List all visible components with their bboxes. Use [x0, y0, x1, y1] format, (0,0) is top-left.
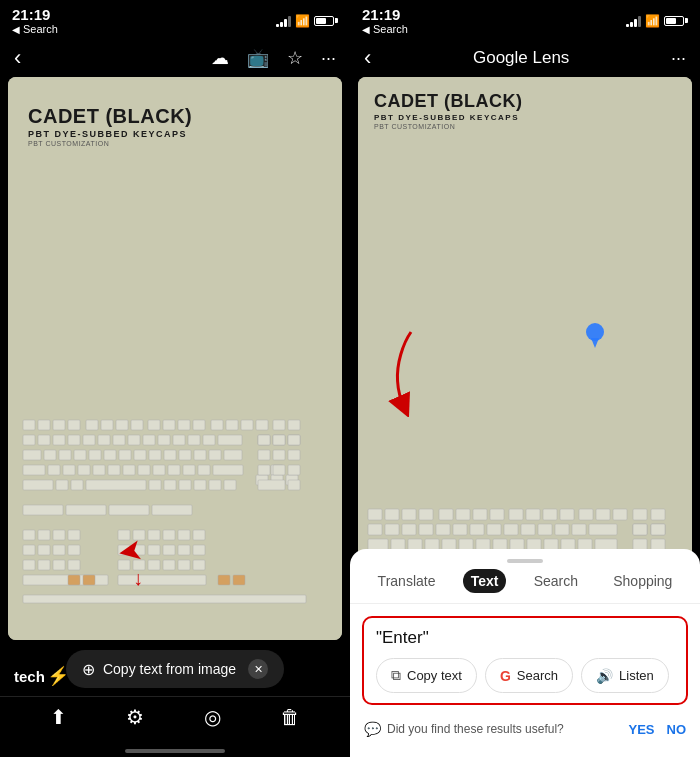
- entered-text-box: "Enter" ⧉ Copy text G Search 🔊 Listen: [362, 616, 688, 705]
- svg-rect-25: [128, 435, 140, 445]
- feedback-actions: YES NO: [628, 722, 686, 737]
- svg-rect-142: [613, 509, 627, 520]
- left-status-icons: 📶: [276, 14, 338, 28]
- svg-rect-135: [490, 509, 504, 520]
- star-icon[interactable]: ☆: [287, 47, 303, 69]
- svg-rect-85: [258, 480, 285, 490]
- svg-rect-39: [89, 450, 101, 460]
- share-icon[interactable]: ⬆: [50, 705, 67, 729]
- svg-rect-48: [224, 450, 242, 460]
- svg-rect-206: [633, 524, 647, 535]
- svg-rect-91: [23, 530, 35, 540]
- tab-translate[interactable]: Translate: [370, 569, 444, 593]
- svg-rect-114: [178, 545, 190, 555]
- svg-rect-5: [101, 420, 113, 430]
- svg-rect-117: [133, 560, 145, 570]
- tab-text[interactable]: Text: [463, 569, 507, 593]
- battery-right: [664, 16, 688, 26]
- svg-rect-47: [209, 450, 221, 460]
- copy-text-button-label: Copy text: [407, 668, 462, 683]
- svg-rect-56: [138, 465, 150, 475]
- signal-bars-left: [276, 15, 291, 27]
- search-button[interactable]: G Search: [485, 658, 573, 693]
- right-back-button[interactable]: ‹: [364, 45, 371, 71]
- feedback-no-button[interactable]: NO: [667, 722, 687, 737]
- svg-rect-66: [149, 480, 161, 490]
- copy-close-button[interactable]: ✕: [248, 659, 268, 679]
- cadet-title-right: CADET (BLACK): [374, 91, 522, 112]
- cloud-icon[interactable]: ☁: [211, 47, 229, 69]
- battery-left: [314, 16, 338, 26]
- svg-rect-63: [56, 480, 68, 490]
- left-nav-icons: ☁ 📺 ☆ ···: [211, 47, 336, 69]
- svg-rect-130: [402, 509, 416, 520]
- svg-rect-102: [68, 560, 80, 570]
- copy-image-icon: ⊕: [82, 660, 95, 679]
- svg-rect-68: [179, 480, 191, 490]
- svg-rect-90: [152, 505, 192, 515]
- svg-rect-17: [288, 420, 300, 430]
- tech-logo: tech ⚡: [14, 665, 69, 687]
- svg-rect-6: [116, 420, 128, 430]
- copy-text-button[interactable]: ⧉ Copy text: [376, 658, 477, 693]
- svg-rect-83: [273, 465, 285, 475]
- tab-search[interactable]: Search: [526, 569, 586, 593]
- svg-rect-145: [368, 524, 382, 535]
- svg-rect-67: [164, 480, 176, 490]
- svg-rect-60: [198, 465, 210, 475]
- svg-rect-137: [526, 509, 540, 520]
- svg-rect-155: [538, 524, 552, 535]
- left-image-area: CADET (BLACK) PBT DYE-SUBBED KEYCAPS PBT…: [8, 77, 342, 640]
- svg-rect-31: [218, 435, 242, 445]
- bolt-icon: ⚡: [47, 665, 69, 687]
- svg-rect-35: [23, 450, 41, 460]
- svg-rect-45: [179, 450, 191, 460]
- svg-rect-4: [86, 420, 98, 430]
- tab-shopping[interactable]: Shopping: [605, 569, 680, 593]
- listen-button[interactable]: 🔊 Listen: [581, 658, 669, 693]
- svg-rect-98: [68, 545, 80, 555]
- svg-rect-51: [63, 465, 75, 475]
- cadet-sub-right: PBT DYE-SUBBED KEYCAPS: [374, 113, 522, 122]
- svg-point-250: [586, 323, 604, 341]
- tabs-row: Translate Text Search Shopping: [350, 569, 700, 604]
- svg-rect-71: [224, 480, 236, 490]
- left-nav-bar: ‹ ☁ 📺 ☆ ···: [0, 39, 350, 77]
- trash-icon[interactable]: 🗑: [280, 706, 300, 729]
- svg-rect-119: [163, 560, 175, 570]
- svg-rect-97: [53, 545, 65, 555]
- svg-rect-139: [560, 509, 574, 520]
- feedback-yes-button[interactable]: YES: [628, 722, 654, 737]
- svg-rect-15: [256, 420, 268, 430]
- svg-rect-158: [589, 524, 617, 535]
- left-toolbar: ⬆ ⚙ ◎ 🗑: [0, 696, 350, 739]
- left-back-button[interactable]: ‹: [14, 45, 21, 71]
- svg-rect-57: [153, 465, 165, 475]
- feedback-question: Did you find these results useful?: [387, 722, 564, 736]
- feedback-icon: 💬: [364, 721, 381, 737]
- svg-rect-13: [226, 420, 238, 430]
- cadet-label-right: CADET (BLACK) PBT DYE-SUBBED KEYCAPS PBT…: [374, 91, 522, 130]
- cadet-sub2-left: PBT CUSTOMIZATION: [28, 140, 192, 147]
- more-icon-left[interactable]: ···: [321, 48, 336, 69]
- svg-rect-147: [402, 524, 416, 535]
- cast-icon[interactable]: 📺: [247, 47, 269, 69]
- sliders-icon[interactable]: ⚙: [126, 705, 144, 729]
- keyboard-svg-left: [18, 350, 318, 630]
- svg-rect-112: [148, 545, 160, 555]
- keyboard-image-left: CADET (BLACK) PBT DYE-SUBBED KEYCAPS PBT…: [8, 77, 342, 640]
- right-more-button[interactable]: ···: [671, 48, 686, 69]
- svg-rect-30: [203, 435, 215, 445]
- svg-rect-146: [385, 524, 399, 535]
- svg-rect-92: [38, 530, 50, 540]
- right-status-left: 21:19 ◀ Search: [362, 6, 408, 35]
- copy-text-pill[interactable]: ⊕ Copy text from image ✕: [66, 650, 284, 688]
- svg-rect-129: [385, 509, 399, 520]
- lens-icon[interactable]: ◎: [204, 705, 221, 729]
- svg-rect-151: [470, 524, 484, 535]
- svg-rect-86: [288, 480, 300, 490]
- svg-rect-118: [148, 560, 160, 570]
- wifi-icon-right: 📶: [645, 14, 660, 28]
- svg-rect-132: [439, 509, 453, 520]
- tech-text: tech: [14, 668, 45, 685]
